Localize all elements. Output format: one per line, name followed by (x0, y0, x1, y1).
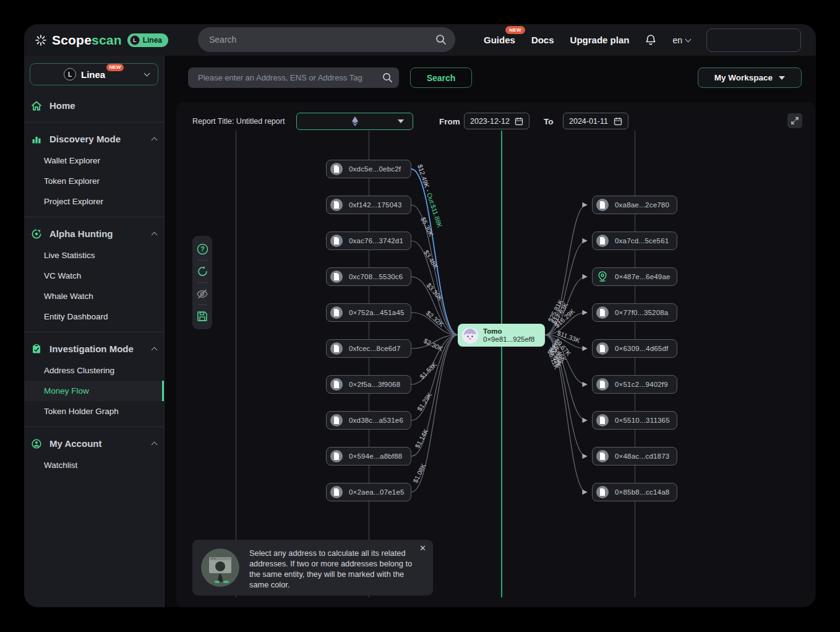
address-node[interactable]: 0xf142...175043 (326, 196, 411, 214)
document-icon (596, 342, 609, 355)
save-icon (197, 311, 208, 322)
linea-network-badge[interactable]: L Linea (127, 33, 168, 47)
hide-addresses-button[interactable] (192, 285, 212, 303)
refresh-icon (197, 266, 208, 277)
chevron-up-icon (152, 347, 158, 353)
linea-icon: L (130, 35, 140, 45)
global-search-input[interactable] (208, 34, 435, 45)
from-label: From (439, 117, 460, 126)
sidebar-section-discovery-mode[interactable]: Discovery Mode (24, 128, 164, 150)
sidebar-section-my-account[interactable]: My Account (24, 432, 164, 455)
document-icon (330, 414, 343, 426)
address-node[interactable]: 0×51c2...9402f9 (592, 375, 677, 394)
sidebar-item-address-clustering[interactable]: Address Clustering (24, 360, 164, 381)
network-label: LineaNEW (81, 69, 105, 80)
sidebar-item-home[interactable]: Home (24, 94, 164, 117)
nav-upgrade-plan[interactable]: Upgrade plan (570, 35, 630, 45)
sidebar-item-wallet-explorer[interactable]: Wallet Explorer (24, 150, 164, 171)
sidebar-item-token-holder-graph[interactable]: Token Holder Graph (24, 401, 164, 422)
token-select[interactable] (296, 113, 413, 130)
sidebar-item-whale-watch[interactable]: Whale Watch (24, 286, 164, 306)
address-node[interactable]: 0×5510...311365 (592, 411, 677, 430)
hint-tooltip: ✕ Select any address to calculate all it… (192, 540, 433, 595)
document-icon (330, 450, 343, 462)
address-node[interactable]: 0×2aea...07e1e5 (326, 483, 411, 501)
address-node[interactable]: 0xa7cd...5ce561 (592, 232, 677, 250)
sidebar-item-money-flow[interactable]: Money Flow (24, 381, 164, 401)
address-search-input[interactable] (197, 72, 382, 83)
guides-new-badge: NEW (505, 26, 525, 34)
edge-amount-label: $1.29K (416, 391, 434, 412)
search-icon[interactable] (382, 72, 393, 83)
document-icon (330, 342, 343, 355)
sidebar-section-alpha-hunting[interactable]: Alpha Hunting (24, 222, 164, 245)
address-node[interactable]: 0xdc5e...0ebc2f (326, 160, 411, 178)
address-node[interactable]: 0xc708...5530c6 (326, 267, 411, 286)
to-label: To (544, 117, 554, 126)
network-selector[interactable]: L LineaNEW (30, 63, 158, 85)
address-search (188, 67, 399, 88)
topbar: Scopescan L Linea NEW Guides Docs Upgrad… (24, 24, 816, 56)
edge-amount-label: $1.08K (411, 462, 427, 484)
help-button[interactable]: ? (192, 240, 212, 258)
brand-name: Scopescan (52, 33, 122, 48)
address-node[interactable]: 0×487e...6e49ae (592, 267, 677, 286)
address-node[interactable]: 0xac76...3742d1 (326, 232, 411, 250)
center-node-text: Tomo 0×9e81...925ef8 (483, 327, 534, 344)
to-date-input[interactable]: 2024-01-11 (563, 113, 628, 129)
linea-badge-label: Linea (143, 36, 162, 45)
my-workspace-button[interactable]: My Workspace (698, 67, 802, 88)
center-address-node[interactable]: Tomo 0×9e81...925ef8 (458, 324, 545, 347)
topnav: NEW Guides Docs Upgrade plan en (484, 24, 816, 56)
document-icon (596, 414, 609, 426)
save-button[interactable] (192, 307, 212, 325)
document-icon (596, 450, 609, 462)
from-date-input[interactable]: 2023-12-12 (464, 113, 529, 129)
document-icon (330, 486, 343, 498)
search-icon[interactable] (435, 34, 447, 45)
sidebar-section-investigation-mode[interactable]: Investigation Mode (24, 337, 164, 360)
sidebar-item-vc-watch[interactable]: VC Watch (24, 266, 164, 286)
address-node[interactable]: 0×6309...4d65df (592, 339, 677, 358)
address-node[interactable]: 0×85b8...cc14a8 (592, 483, 677, 501)
location-pin-icon (596, 271, 609, 283)
sidebar-item-project-explorer[interactable]: Project Explorer (24, 191, 164, 212)
document-icon (596, 306, 609, 319)
address-node[interactable]: 0xa8ae...2ce780 (592, 196, 677, 214)
sidebar-item-live-statistics[interactable]: Live Statistics (24, 245, 164, 266)
fullscreen-button[interactable] (787, 113, 802, 128)
notifications-bell-icon[interactable] (645, 34, 656, 46)
graph-edges: $12.49K - Out:$11.88K $5.30K $3.48K $3.3… (176, 102, 815, 607)
sidebar-item-watchlist[interactable]: Watchlist (24, 455, 164, 475)
divider (197, 282, 207, 283)
nav-docs[interactable]: Docs (531, 35, 554, 45)
address-node[interactable]: 0×48ac...cd1873 (592, 447, 677, 465)
address-node[interactable]: 0×2f5a...3f9068 (326, 375, 411, 394)
brand[interactable]: Scopescan L Linea (24, 33, 168, 48)
sidebar-item-entity-dashboard[interactable]: Entity Dashboard (24, 306, 164, 327)
chevron-up-icon (152, 232, 158, 238)
address-node[interactable]: 0×77f0...35208a (592, 303, 677, 322)
document-icon (596, 235, 609, 247)
nav-guides[interactable]: NEW Guides (484, 35, 515, 45)
address-node[interactable]: 0×752a...451a45 (326, 303, 411, 322)
document-icon (330, 306, 343, 319)
chevron-down-icon (685, 36, 692, 42)
address-node[interactable]: 0xd38c...a531e6 (326, 411, 411, 430)
address-node[interactable]: 0×594e...a8bf88 (326, 447, 411, 465)
address-node[interactable]: 0xfcec...8ce6d7 (326, 339, 411, 358)
refresh-button[interactable] (192, 262, 212, 280)
sidebar-item-token-explorer[interactable]: Token Explorer (24, 171, 164, 191)
chevron-up-icon (152, 137, 158, 143)
screen: Scopescan L Linea NEW Guides Docs Upgrad… (0, 0, 840, 632)
search-button[interactable]: Search (410, 67, 472, 88)
wallet-button[interactable] (706, 28, 801, 52)
graph-toolbar: ? (192, 236, 212, 329)
document-icon (596, 199, 609, 211)
document-icon (330, 271, 343, 283)
language-selector[interactable]: en (672, 35, 690, 45)
money-flow-canvas[interactable]: $12.49K - Out:$11.88K $5.30K $3.48K $3.3… (176, 102, 815, 607)
report-title: Report Title: Untitled report (192, 117, 285, 126)
ethereum-icon (351, 116, 359, 127)
global-search (198, 27, 455, 52)
